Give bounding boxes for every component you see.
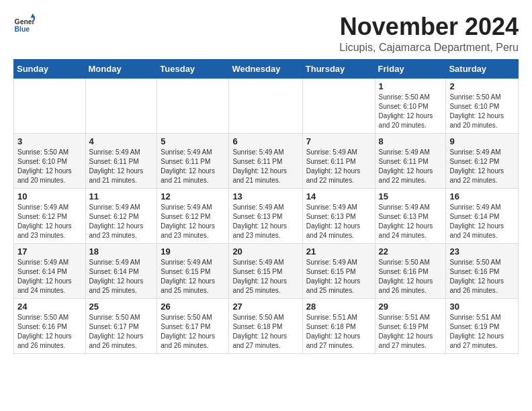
- day-number: 19: [161, 246, 225, 257]
- day-info: Sunrise: 5:49 AM Sunset: 6:11 PM Dayligh…: [89, 148, 154, 185]
- day-info: Sunrise: 5:49 AM Sunset: 6:11 PM Dayligh…: [161, 148, 225, 185]
- weekday-header-saturday: Saturday: [446, 59, 519, 78]
- day-info: Sunrise: 5:50 AM Sunset: 6:18 PM Dayligh…: [232, 313, 298, 351]
- calendar-cell: [302, 78, 375, 133]
- day-info: Sunrise: 5:49 AM Sunset: 6:12 PM Dayligh…: [449, 148, 515, 185]
- calendar-cell: 11Sunrise: 5:49 AM Sunset: 6:12 PM Dayli…: [85, 188, 157, 243]
- calendar-cell: [157, 78, 229, 133]
- calendar-cell: 28Sunrise: 5:51 AM Sunset: 6:18 PM Dayli…: [302, 298, 375, 353]
- day-number: 30: [449, 302, 515, 312]
- day-number: 22: [379, 246, 443, 257]
- week-row-2: 3Sunrise: 5:50 AM Sunset: 6:10 PM Daylig…: [14, 133, 519, 188]
- week-row-4: 17Sunrise: 5:49 AM Sunset: 6:14 PM Dayli…: [14, 243, 519, 298]
- day-info: Sunrise: 5:49 AM Sunset: 6:13 PM Dayligh…: [306, 203, 371, 240]
- day-info: Sunrise: 5:49 AM Sunset: 6:14 PM Dayligh…: [89, 258, 154, 295]
- day-number: 6: [232, 136, 298, 146]
- day-info: Sunrise: 5:49 AM Sunset: 6:15 PM Dayligh…: [161, 258, 225, 295]
- day-number: 10: [17, 191, 82, 201]
- day-info: Sunrise: 5:50 AM Sunset: 6:10 PM Dayligh…: [379, 93, 443, 130]
- day-number: 23: [449, 246, 515, 257]
- calendar-cell: 24Sunrise: 5:50 AM Sunset: 6:16 PM Dayli…: [14, 298, 86, 353]
- calendar-cell: 14Sunrise: 5:49 AM Sunset: 6:13 PM Dayli…: [302, 188, 375, 243]
- day-info: Sunrise: 5:49 AM Sunset: 6:14 PM Dayligh…: [17, 258, 82, 295]
- calendar-cell: 13Sunrise: 5:49 AM Sunset: 6:13 PM Dayli…: [229, 188, 302, 243]
- day-number: 25: [89, 302, 154, 312]
- day-info: Sunrise: 5:49 AM Sunset: 6:11 PM Dayligh…: [306, 148, 371, 185]
- calendar-cell: 5Sunrise: 5:49 AM Sunset: 6:11 PM Daylig…: [157, 133, 229, 188]
- day-info: Sunrise: 5:50 AM Sunset: 6:16 PM Dayligh…: [379, 258, 443, 295]
- day-info: Sunrise: 5:51 AM Sunset: 6:18 PM Dayligh…: [306, 313, 371, 351]
- calendar-cell: [229, 78, 302, 133]
- location-title: Licupis, Cajamarca Department, Peru: [339, 42, 519, 54]
- day-info: Sunrise: 5:50 AM Sunset: 6:17 PM Dayligh…: [89, 313, 154, 351]
- day-number: 4: [89, 136, 154, 146]
- weekday-header-monday: Monday: [85, 59, 157, 78]
- day-number: 7: [306, 136, 371, 146]
- title-block: November 2024 Licupis, Cajamarca Departm…: [339, 13, 519, 54]
- day-number: 17: [17, 246, 82, 257]
- calendar-cell: 6Sunrise: 5:49 AM Sunset: 6:11 PM Daylig…: [229, 133, 302, 188]
- day-number: 20: [232, 246, 298, 257]
- weekday-header-sunday: Sunday: [14, 59, 86, 78]
- day-number: 14: [306, 191, 371, 201]
- day-number: 13: [232, 191, 298, 201]
- weekday-header-thursday: Thursday: [302, 59, 375, 78]
- calendar-table: SundayMondayTuesdayWednesdayThursdayFrid…: [13, 59, 519, 354]
- calendar-cell: 15Sunrise: 5:49 AM Sunset: 6:13 PM Dayli…: [375, 188, 446, 243]
- day-info: Sunrise: 5:49 AM Sunset: 6:15 PM Dayligh…: [232, 258, 298, 295]
- day-number: 11: [89, 191, 154, 201]
- calendar-cell: 7Sunrise: 5:49 AM Sunset: 6:11 PM Daylig…: [302, 133, 375, 188]
- week-row-1: 1Sunrise: 5:50 AM Sunset: 6:10 PM Daylig…: [14, 78, 519, 133]
- svg-text:Blue: Blue: [15, 26, 30, 33]
- day-info: Sunrise: 5:49 AM Sunset: 6:11 PM Dayligh…: [232, 148, 298, 185]
- day-info: Sunrise: 5:49 AM Sunset: 6:15 PM Dayligh…: [306, 258, 371, 295]
- calendar-cell: 10Sunrise: 5:49 AM Sunset: 6:12 PM Dayli…: [14, 188, 86, 243]
- day-info: Sunrise: 5:49 AM Sunset: 6:12 PM Dayligh…: [89, 203, 154, 240]
- calendar-cell: 29Sunrise: 5:51 AM Sunset: 6:19 PM Dayli…: [375, 298, 446, 353]
- day-number: 2: [449, 81, 515, 91]
- calendar-cell: 18Sunrise: 5:49 AM Sunset: 6:14 PM Dayli…: [85, 243, 157, 298]
- calendar-cell: [14, 78, 86, 133]
- day-number: 26: [161, 302, 225, 312]
- calendar-cell: 21Sunrise: 5:49 AM Sunset: 6:15 PM Dayli…: [302, 243, 375, 298]
- day-number: 8: [379, 136, 443, 146]
- day-number: 29: [379, 302, 443, 312]
- calendar-cell: 22Sunrise: 5:50 AM Sunset: 6:16 PM Dayli…: [375, 243, 446, 298]
- day-number: 21: [306, 246, 371, 257]
- day-info: Sunrise: 5:49 AM Sunset: 6:13 PM Dayligh…: [232, 203, 298, 240]
- week-row-5: 24Sunrise: 5:50 AM Sunset: 6:16 PM Dayli…: [14, 298, 519, 353]
- day-number: 5: [161, 136, 225, 146]
- day-info: Sunrise: 5:49 AM Sunset: 6:14 PM Dayligh…: [449, 203, 515, 240]
- day-number: 24: [17, 302, 82, 312]
- day-info: Sunrise: 5:49 AM Sunset: 6:13 PM Dayligh…: [379, 203, 443, 240]
- day-info: Sunrise: 5:50 AM Sunset: 6:10 PM Dayligh…: [449, 93, 515, 130]
- calendar-cell: 26Sunrise: 5:50 AM Sunset: 6:17 PM Dayli…: [157, 298, 229, 353]
- day-info: Sunrise: 5:51 AM Sunset: 6:19 PM Dayligh…: [379, 313, 443, 351]
- day-info: Sunrise: 5:50 AM Sunset: 6:16 PM Dayligh…: [449, 258, 515, 295]
- month-title: November 2024: [339, 13, 519, 40]
- calendar-cell: 17Sunrise: 5:49 AM Sunset: 6:14 PM Dayli…: [14, 243, 86, 298]
- calendar-cell: 25Sunrise: 5:50 AM Sunset: 6:17 PM Dayli…: [85, 298, 157, 353]
- day-number: 15: [379, 191, 443, 201]
- calendar-cell: 16Sunrise: 5:49 AM Sunset: 6:14 PM Dayli…: [446, 188, 519, 243]
- calendar-cell: [85, 78, 157, 133]
- calendar-cell: 12Sunrise: 5:49 AM Sunset: 6:12 PM Dayli…: [157, 188, 229, 243]
- day-number: 1: [379, 81, 443, 91]
- day-number: 18: [89, 246, 154, 257]
- day-number: 3: [17, 136, 82, 146]
- week-row-3: 10Sunrise: 5:49 AM Sunset: 6:12 PM Dayli…: [14, 188, 519, 243]
- calendar-cell: 2Sunrise: 5:50 AM Sunset: 6:10 PM Daylig…: [446, 78, 519, 133]
- day-info: Sunrise: 5:49 AM Sunset: 6:11 PM Dayligh…: [379, 148, 443, 185]
- day-info: Sunrise: 5:50 AM Sunset: 6:17 PM Dayligh…: [161, 313, 225, 351]
- day-number: 28: [306, 302, 371, 312]
- day-info: Sunrise: 5:50 AM Sunset: 6:16 PM Dayligh…: [17, 313, 82, 351]
- calendar-cell: 8Sunrise: 5:49 AM Sunset: 6:11 PM Daylig…: [375, 133, 446, 188]
- day-number: 12: [161, 191, 225, 201]
- calendar-cell: 3Sunrise: 5:50 AM Sunset: 6:10 PM Daylig…: [14, 133, 86, 188]
- logo: General Blue: [13, 13, 36, 35]
- logo-icon: General Blue: [13, 13, 35, 35]
- calendar-cell: 27Sunrise: 5:50 AM Sunset: 6:18 PM Dayli…: [229, 298, 302, 353]
- calendar-cell: 23Sunrise: 5:50 AM Sunset: 6:16 PM Dayli…: [446, 243, 519, 298]
- calendar-cell: 20Sunrise: 5:49 AM Sunset: 6:15 PM Dayli…: [229, 243, 302, 298]
- calendar-cell: 1Sunrise: 5:50 AM Sunset: 6:10 PM Daylig…: [375, 78, 446, 133]
